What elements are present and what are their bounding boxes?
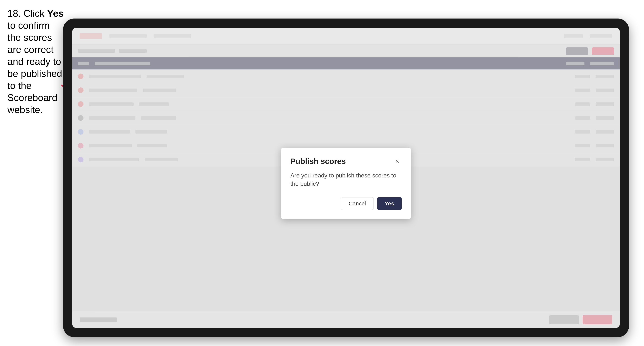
cancel-button[interactable]: Cancel [341,197,374,210]
modal-overlay: Publish scores × Are you ready to publis… [72,28,620,328]
step-number: 18. [8,8,21,19]
dialog-header: Publish scores × [290,157,402,166]
dialog-close-button[interactable]: × [393,157,402,166]
dialog-title: Publish scores [290,157,346,166]
publish-scores-dialog: Publish scores × Are you ready to publis… [281,148,411,219]
yes-button[interactable]: Yes [377,197,402,210]
instruction-text: 18. Click Yes to confirm the scores are … [8,7,65,116]
tablet-screen: Publish scores × Are you ready to publis… [72,28,620,328]
yes-bold: Yes [47,8,64,19]
dialog-message: Are you ready to publish these scores to… [290,171,402,188]
tablet-device: Publish scores × Are you ready to publis… [63,18,629,337]
dialog-footer: Cancel Yes [290,197,402,210]
